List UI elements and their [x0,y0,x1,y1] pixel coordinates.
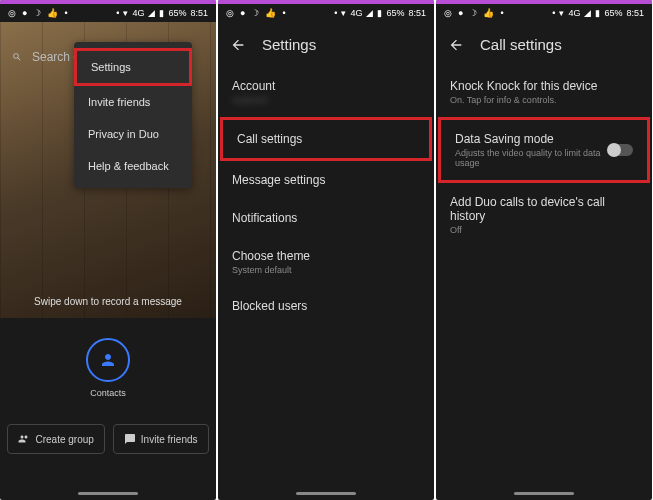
battery-icon: ▮ [159,8,164,18]
setting-data-saving[interactable]: Data Saving mode Adjusts the video quali… [438,117,650,183]
knock-knock-sub: On. Tap for info & controls. [450,95,638,105]
setting-message[interactable]: Message settings [218,161,434,199]
message-icon [124,433,136,445]
account-label: Account [232,79,420,93]
messenger-icon: ● [458,8,463,18]
back-icon[interactable] [230,37,246,53]
status-bar: ◎ ● ☽ 👍 • • ▾ 4G ◢ ▮ 65% 8:51 [0,4,216,22]
setting-blocked[interactable]: Blocked users [218,287,434,325]
thumbs-up-icon: 👍 [483,8,494,18]
phone-2-settings: ◎ ● ☽ 👍 • • ▾ 4G ◢ ▮ 65% 8:51 Settings A… [218,0,434,500]
dot-icon: • [64,8,67,18]
overflow-menu: Settings Invite friends Privacy in Duo H… [74,42,192,188]
status-bar: ◎ ● ☽ 👍 • • ▾ 4G ◢ ▮ 65% 8:51 [436,4,652,22]
messenger-icon: ● [22,8,27,18]
call-settings-label: Call settings [237,132,415,146]
time-label: 8:51 [408,8,426,18]
thumbs-up-icon: 👍 [47,8,58,18]
nav-pill[interactable] [296,492,356,495]
nav-pill[interactable] [78,492,138,495]
whatsapp-icon: ◎ [8,8,16,18]
phone-1-duo-home: ◎ ● ☽ 👍 • • ▾ 4G ◢ ▮ 65% 8:51 Search co … [0,0,216,500]
contacts-button[interactable] [86,338,130,382]
nav-bar [218,486,434,500]
create-group-label: Create group [35,434,93,445]
menu-item-settings[interactable]: Settings [74,48,192,86]
signal-icon: ◢ [584,8,591,18]
nav-bar [436,486,652,500]
dot-icon: • [334,8,337,18]
contacts-label: Contacts [90,388,126,398]
wifi-icon: ▾ [123,8,128,18]
page-title: Settings [262,36,316,53]
back-icon[interactable] [448,37,464,53]
signal-icon: ◢ [148,8,155,18]
theme-sub: System default [232,265,420,275]
dot-icon: • [282,8,285,18]
whatsapp-icon: ◎ [444,8,452,18]
setting-call-history[interactable]: Add Duo calls to device's call history O… [436,183,652,247]
moon-icon: ☽ [33,8,41,18]
signal-label: 4G [568,8,580,18]
dot-icon: • [116,8,119,18]
signal-icon: ◢ [366,8,373,18]
data-saving-toggle[interactable] [608,144,633,156]
thumbs-up-icon: 👍 [265,8,276,18]
knock-knock-label: Knock Knock for this device [450,79,638,93]
menu-item-privacy[interactable]: Privacy in Duo [74,118,192,150]
time-label: 8:51 [190,8,208,18]
menu-item-invite[interactable]: Invite friends [74,86,192,118]
data-saving-sub: Adjusts the video quality to limit data … [455,148,608,168]
signal-label: 4G [132,8,144,18]
dot-icon: • [500,8,503,18]
messenger-icon: ● [240,8,245,18]
account-sub: redacted [232,95,420,105]
setting-notifications[interactable]: Notifications [218,199,434,237]
battery-icon: ▮ [595,8,600,18]
signal-label: 4G [350,8,362,18]
data-saving-label: Data Saving mode [455,132,608,146]
blocked-label: Blocked users [232,299,420,313]
invite-friends-label: Invite friends [141,434,198,445]
battery-label: 65% [604,8,622,18]
whatsapp-icon: ◎ [226,8,234,18]
header: Call settings [436,22,652,67]
moon-icon: ☽ [251,8,259,18]
invite-friends-button[interactable]: Invite friends [113,424,209,454]
time-label: 8:51 [626,8,644,18]
theme-label: Choose theme [232,249,420,263]
toggle-knob [607,143,621,157]
swipe-hint: Swipe down to record a message [0,296,216,307]
menu-item-help[interactable]: Help & feedback [74,150,192,182]
message-settings-label: Message settings [232,173,420,187]
status-bar: ◎ ● ☽ 👍 • • ▾ 4G ◢ ▮ 65% 8:51 [218,4,434,22]
nav-pill[interactable] [514,492,574,495]
setting-account[interactable]: Account redacted [218,67,434,117]
wifi-icon: ▾ [559,8,564,18]
battery-label: 65% [168,8,186,18]
battery-label: 65% [386,8,404,18]
header: Settings [218,22,434,67]
phone-3-call-settings: ◎ ● ☽ 👍 • • ▾ 4G ◢ ▮ 65% 8:51 Call setti… [436,0,652,500]
battery-icon: ▮ [377,8,382,18]
call-history-sub: Off [450,225,638,235]
nav-bar [0,486,216,500]
search-icon [12,52,22,62]
call-history-label: Add Duo calls to device's call history [450,195,638,223]
create-group-button[interactable]: Create group [7,424,104,454]
wifi-icon: ▾ [341,8,346,18]
moon-icon: ☽ [469,8,477,18]
group-icon [18,433,30,445]
setting-theme[interactable]: Choose theme System default [218,237,434,287]
setting-knock-knock[interactable]: Knock Knock for this device On. Tap for … [436,67,652,117]
dot-icon: • [552,8,555,18]
person-icon [99,351,117,369]
setting-call[interactable]: Call settings [220,117,432,161]
page-title: Call settings [480,36,562,53]
bottom-panel: Contacts Create group Invite friends [0,318,216,486]
notifications-label: Notifications [232,211,420,225]
